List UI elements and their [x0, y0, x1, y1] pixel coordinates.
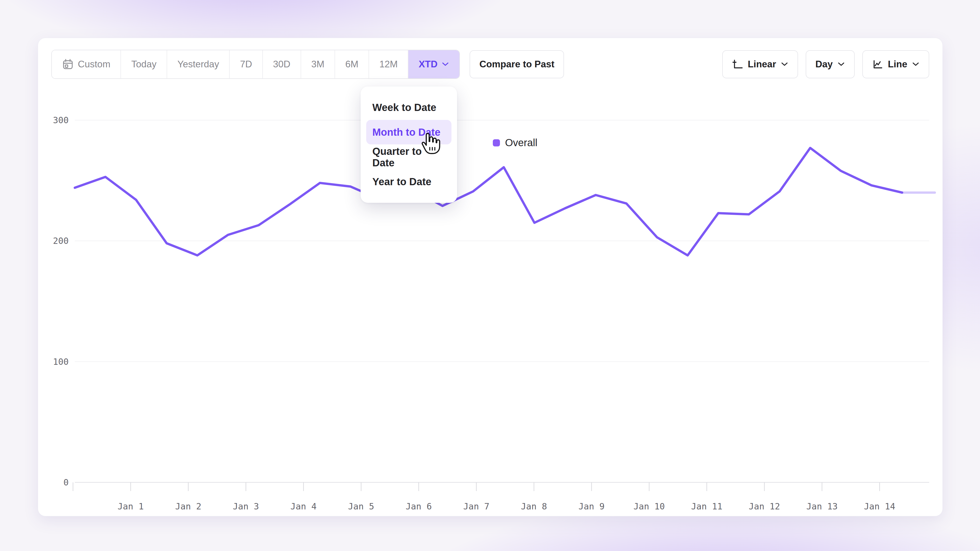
x-axis-label: Jan 1	[118, 501, 144, 511]
x-axis-label: Jan 13	[806, 501, 838, 511]
menu-item-year-to-date[interactable]: Year to Date	[366, 170, 452, 194]
x-axis-label: Jan 2	[175, 501, 201, 511]
x-axis-label: Jan 4	[290, 501, 317, 511]
x-axis-label: Jan 5	[348, 501, 374, 511]
x-axis-label: Jan 6	[406, 501, 432, 511]
y-axis-label-200: 200	[53, 236, 68, 246]
x-axis-label: Jan 8	[521, 501, 547, 511]
menu-item-quarter-to-date[interactable]: Quarter to Date	[366, 145, 452, 169]
x-axis-label: Jan 3	[233, 501, 259, 511]
menu-item-week-to-date[interactable]: Week to Date	[366, 95, 452, 120]
line-chart: 0100200300Jan 1Jan 2Jan 3Jan 4Jan 5Jan 6…	[38, 38, 942, 516]
x-axis-label: Jan 14	[864, 501, 895, 511]
y-axis-label-100: 100	[53, 357, 68, 367]
xtd-dropdown-menu: Week to DateMonth to DateQuarter to Date…	[361, 86, 457, 203]
y-axis-label-300: 300	[53, 115, 68, 125]
series-line-overall	[75, 148, 902, 256]
y-axis-label-0: 0	[64, 477, 68, 487]
x-axis-label: Jan 7	[463, 501, 489, 511]
menu-item-month-to-date[interactable]: Month to Date	[366, 120, 452, 144]
x-axis-label: Jan 12	[749, 501, 780, 511]
x-axis-label: Jan 10	[633, 501, 665, 511]
x-axis-label: Jan 9	[579, 501, 605, 511]
dashboard-card: CustomTodayYesterday7D30D3M6M12MXTD Comp…	[38, 38, 943, 516]
x-axis-label: Jan 11	[691, 501, 722, 511]
